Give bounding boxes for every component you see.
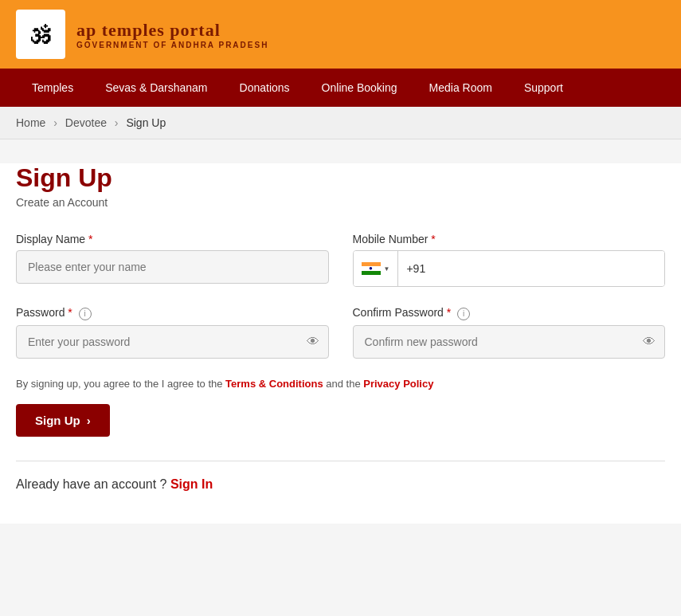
password-required: * [68, 306, 72, 319]
nav-temples[interactable]: Temples [16, 69, 89, 107]
logo-icon: 🕉 [16, 10, 65, 59]
confirm-password-label: Confirm Password * i [353, 306, 666, 320]
confirm-password-required: * [447, 306, 451, 319]
confirm-password-input[interactable] [353, 325, 666, 359]
breadcrumb-home[interactable]: Home [16, 116, 45, 129]
password-label: Password * i [16, 306, 329, 320]
phone-wrapper: ▼ [353, 250, 666, 287]
terms-text: By signing up, you agree to the I agree … [16, 378, 665, 390]
password-input-wrapper: 👁 [16, 325, 329, 359]
india-flag-icon [362, 262, 381, 275]
confirm-password-group: Confirm Password * i 👁 [353, 306, 666, 359]
nav-support[interactable]: Support [508, 69, 579, 107]
password-group: Password * i 👁 [16, 306, 329, 359]
display-name-input[interactable] [16, 250, 329, 284]
mobile-number-label: Mobile Number * [353, 233, 666, 245]
nav-media-room[interactable]: Media Room [413, 69, 508, 107]
confirm-password-info-icon[interactable]: i [457, 308, 470, 320]
signin-link[interactable]: Sign In [170, 477, 213, 491]
privacy-link[interactable]: Privacy Policy [363, 378, 433, 390]
government-label: GOVERNMENT OF ANDHRA PRADESH [76, 41, 268, 49]
breadcrumb-sep-1: › [53, 116, 57, 129]
signin-row: Already have an account ? Sign In [16, 477, 665, 492]
page-title: Sign Up [16, 163, 665, 193]
display-name-group: Display Name * [16, 233, 329, 287]
signup-button-arrow: › [87, 414, 91, 427]
display-name-label: Display Name * [16, 233, 329, 245]
site-name: ap temples portal [76, 20, 268, 41]
nav-sevas[interactable]: Sevas & Darshanam [89, 69, 223, 107]
phone-flag-selector[interactable]: ▼ [354, 251, 399, 286]
flag-stripe-white [362, 266, 381, 270]
main-nav: Temples Sevas & Darshanam Donations Onli… [0, 69, 681, 107]
signup-button[interactable]: Sign Up › [16, 404, 110, 437]
password-input[interactable] [16, 325, 329, 359]
breadcrumb-current: Sign Up [126, 116, 166, 129]
nav-donations[interactable]: Donations [224, 69, 306, 107]
breadcrumb-sep-2: › [115, 116, 119, 129]
password-info-icon[interactable]: i [79, 308, 92, 320]
mobile-required: * [431, 233, 435, 245]
section-divider [16, 461, 665, 461]
confirm-password-input-wrapper: 👁 [353, 325, 666, 359]
confirm-password-eye-icon[interactable]: 👁 [643, 335, 656, 349]
logo-text: ap temples portal GOVERNMENT OF ANDHRA P… [76, 20, 268, 49]
nav-online-booking[interactable]: Online Booking [306, 69, 413, 107]
form-grid: Display Name * Mobile Number * [16, 233, 665, 359]
terms-link[interactable]: Terms & Conditions [225, 378, 323, 390]
signup-button-label: Sign Up [35, 414, 80, 427]
flag-chevron-icon: ▼ [384, 265, 390, 273]
mobile-number-group: Mobile Number * ▼ [353, 233, 666, 287]
breadcrumb: Home › Devotee › Sign Up [0, 107, 681, 139]
breadcrumb-devotee[interactable]: Devotee [65, 116, 107, 129]
already-account-text: Already have an account ? [16, 477, 166, 491]
password-eye-icon[interactable]: 👁 [307, 335, 319, 349]
main-content: Sign Up Create an Account Display Name *… [0, 163, 681, 524]
signup-form: Display Name * Mobile Number * [16, 233, 665, 437]
mobile-input[interactable] [398, 251, 664, 286]
page-subtitle: Create an Account [16, 196, 665, 209]
site-header: 🕉 ap temples portal GOVERNMENT OF ANDHRA… [0, 0, 681, 69]
display-name-required: * [88, 233, 92, 245]
